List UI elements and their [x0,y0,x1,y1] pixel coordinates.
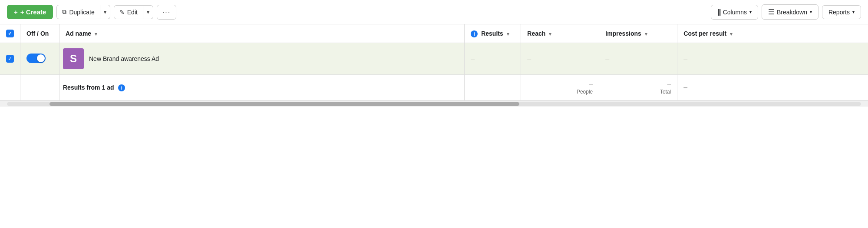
summary-reach-dash: – [589,80,593,88]
results-dash: – [471,55,475,62]
edit-icon: ✎ [119,9,125,16]
columns-caret-icon: ▾ [749,10,752,14]
header-reach: Reach ▾ [521,24,599,43]
ad-name-sort-icon[interactable]: ▾ [95,31,97,37]
header-ad-name: Ad name ▾ [59,24,465,43]
summary-impressions-dash: – [667,80,671,88]
header-results: i Results ▾ [465,24,521,43]
plus-icon: + [14,8,18,16]
breakdown-caret-icon: ▾ [810,10,812,14]
duplicate-group: ⧉ Duplicate ▾ [56,5,110,19]
summary-cost-cell: – [677,75,868,101]
table-wrapper: ✓ Off / On Ad name ▾ i Results ▾ Reach [0,24,868,101]
ad-name[interactable]: New Brand awareness Ad [89,55,159,62]
summary-reach-cell: – People [521,75,599,101]
edit-caret-button[interactable]: ▾ [143,5,153,19]
cost-dash: – [683,55,687,62]
header-impressions: Impressions ▾ [599,24,677,43]
row-cost-cell: – [677,43,868,75]
impressions-dash: – [605,55,609,62]
ad-cell: S New Brand awareness Ad [63,48,461,69]
ads-table: ✓ Off / On Ad name ▾ i Results ▾ Reach [0,24,868,101]
row-toggle-cell [20,43,59,75]
row-checkmark-icon: ✓ [8,56,12,62]
summary-reach-stack: – People [527,80,593,95]
results-sort-icon[interactable]: ▾ [507,31,509,37]
reports-label: Reports [828,9,850,16]
breakdown-label: Breakdown [777,9,807,16]
duplicate-caret-icon: ▾ [104,9,106,15]
reach-sort-icon[interactable]: ▾ [549,31,551,37]
more-icon: ··· [162,8,171,16]
checkmark-icon: ✓ [8,30,12,37]
toggle-thumb [37,54,45,62]
ad-toggle[interactable] [26,54,46,63]
summary-info-icon[interactable]: i [118,84,125,91]
row-checkbox[interactable]: ✓ [6,55,14,63]
row-ad-name-cell: S New Brand awareness Ad [59,43,465,75]
row-reach-cell: – [521,43,599,75]
impressions-sort-icon[interactable]: ▾ [645,31,647,37]
summary-toggle-cell [20,75,59,101]
duplicate-caret-button[interactable]: ▾ [100,5,110,19]
cost-sort-icon[interactable]: ▾ [730,31,733,37]
row-results-cell: – [465,43,521,75]
summary-impressions-cell: – Total [599,75,677,101]
create-label: + Create [20,8,46,16]
duplicate-button[interactable]: ⧉ Duplicate [56,5,100,19]
scrollbar-thumb[interactable] [50,102,519,106]
edit-group: ✎ Edit ▾ [114,5,153,19]
scrollbar-track[interactable] [7,102,861,106]
columns-icon: ||| [717,8,720,16]
duplicate-label: Duplicate [69,9,94,16]
more-button[interactable]: ··· [157,5,176,20]
summary-row: Results from 1 ad i – People – Total [0,75,868,101]
table-row: ✓ S New Brand awareness Ad [0,43,868,75]
summary-label-cell: Results from 1 ad i [59,75,465,101]
breakdown-button[interactable]: ☰ Breakdown ▾ [762,4,818,20]
results-info-icon[interactable]: i [471,30,478,37]
duplicate-icon: ⧉ [62,8,66,16]
edit-caret-icon: ▾ [147,9,149,15]
horizontal-scrollbar[interactable] [0,101,868,107]
ad-icon: S [63,48,84,69]
header-off-on: Off / On [20,24,59,43]
summary-cost-dash: – [683,84,687,91]
header-checkbox[interactable]: ✓ [6,30,14,37]
summary-checkbox-cell [0,75,20,101]
reports-caret-icon: ▾ [852,10,855,14]
columns-label: Columns [723,9,747,16]
summary-reach-sub: People [577,89,593,95]
edit-button[interactable]: ✎ Edit [114,5,143,19]
summary-results-cell [465,75,521,101]
row-checkbox-cell: ✓ [0,43,20,75]
summary-impressions-stack: – Total [605,80,671,95]
summary-impressions-sub: Total [660,89,671,95]
row-impressions-cell: – [599,43,677,75]
reports-button[interactable]: Reports ▾ [822,5,861,19]
header-checkbox-cell: ✓ [0,24,20,43]
reach-dash: – [527,55,531,62]
columns-button[interactable]: ||| Columns ▾ [711,5,758,20]
edit-label: Edit [127,9,138,16]
toolbar: + + Create ⧉ Duplicate ▾ ✎ Edit ▾ ··· ||… [0,0,868,24]
header-cost-per-result: Cost per result ▾ [677,24,868,43]
summary-label: Results from 1 ad [63,84,114,91]
create-button[interactable]: + + Create [7,5,53,19]
table-header-row: ✓ Off / On Ad name ▾ i Results ▾ Reach [0,24,868,43]
breakdown-icon: ☰ [768,8,774,16]
